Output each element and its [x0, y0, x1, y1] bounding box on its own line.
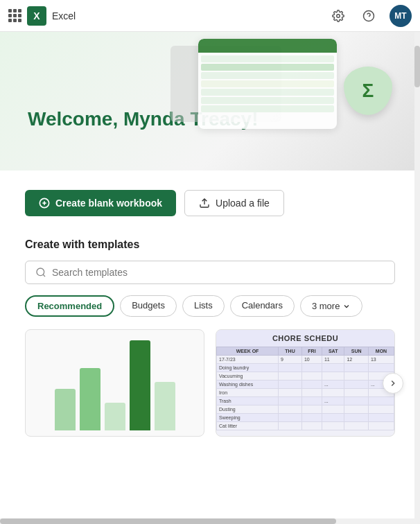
action-buttons: Create blank workbook Upload a file [25, 190, 395, 216]
settings-icon[interactable] [329, 6, 348, 26]
filter-chip-recommended[interactable]: Recommended [25, 295, 114, 317]
col-sat: SAT [322, 347, 344, 356]
title-bar: X Excel MT [0, 0, 420, 32]
main-content: Create blank workbook Upload a file Crea… [0, 171, 420, 437]
sigma-illustration: Σ [344, 67, 392, 115]
svg-line-8 [43, 274, 45, 277]
col-week: WEEK OF [217, 347, 279, 356]
col-fri: FRI [301, 347, 322, 356]
create-workbook-button[interactable]: Create blank workbook [25, 190, 176, 216]
app-launcher-icon[interactable] [8, 9, 21, 22]
col-thu: THU [279, 347, 302, 356]
templates-section-title: Create with templates [25, 238, 395, 251]
svg-point-0 [337, 14, 340, 17]
help-icon[interactable] [359, 6, 378, 26]
chevron-down-icon [342, 302, 351, 311]
col-mon: MON [368, 347, 394, 356]
horizontal-scrollbar-thumb[interactable] [0, 518, 336, 524]
filter-chip-more[interactable]: 3 more [300, 295, 362, 317]
template-card-chore-schedule[interactable]: CHORE SCHEDU WEEK OF THU FRI SAT SUN MON… [216, 329, 395, 437]
search-bar[interactable] [25, 261, 395, 284]
search-input[interactable] [52, 267, 385, 278]
upload-file-label: Upload a file [216, 198, 270, 209]
upload-file-button[interactable]: Upload a file [184, 190, 284, 216]
search-icon [35, 267, 46, 278]
bar-1 [55, 389, 76, 430]
horizontal-scrollbar[interactable] [0, 518, 420, 524]
filter-chip-lists[interactable]: Lists [182, 295, 225, 317]
next-template-arrow[interactable] [383, 373, 403, 394]
filter-chip-calendars[interactable]: Calendars [230, 295, 295, 317]
table-row: Cat litter [217, 422, 394, 430]
avatar[interactable]: MT [390, 5, 412, 27]
table-row: Vacuuming [217, 372, 394, 381]
bar-2 [80, 368, 100, 430]
col-sun: SUN [344, 347, 369, 356]
chore-table: WEEK OF THU FRI SAT SUN MON 17-7/2391011… [216, 347, 394, 430]
svg-point-7 [37, 268, 44, 276]
bar-chart-illustration [48, 347, 182, 430]
excel-logo: X [27, 6, 46, 26]
create-workbook-label: Create blank workbook [55, 198, 162, 209]
table-row: Sweeping [217, 414, 394, 422]
bar-5 [155, 382, 175, 430]
filter-chip-budgets[interactable]: Budgets [120, 295, 177, 317]
hero-banner: Σ Welcome, Mynda Treacy! [0, 32, 420, 171]
template-cards: CHORE SCHEDU WEEK OF THU FRI SAT SUN MON… [25, 329, 395, 437]
table-row: Iron [217, 389, 394, 397]
bar-4 [130, 340, 150, 430]
table-row: Trash... [217, 397, 394, 405]
chore-schedule-title: CHORE SCHEDU [216, 330, 394, 347]
filter-chips: Recommended Budgets Lists Calendars 3 mo… [25, 295, 395, 317]
title-bar-left: X Excel [8, 6, 76, 26]
table-row: Doing laundry [217, 364, 394, 372]
bar-3 [105, 403, 125, 430]
title-bar-right: MT [329, 5, 412, 27]
table-row: 17-7/23910111213 [217, 356, 394, 364]
hero-graphic: Σ [198, 39, 392, 129]
vertical-scrollbar[interactable] [414, 32, 420, 518]
template-card-bar-chart[interactable] [25, 329, 204, 437]
spreadsheet-illustration [198, 39, 337, 129]
table-row: Washing dishes...... [217, 381, 394, 389]
table-row: Dusting [217, 405, 394, 414]
app-title: Excel [52, 10, 76, 21]
scrollbar-thumb[interactable] [414, 46, 420, 87]
